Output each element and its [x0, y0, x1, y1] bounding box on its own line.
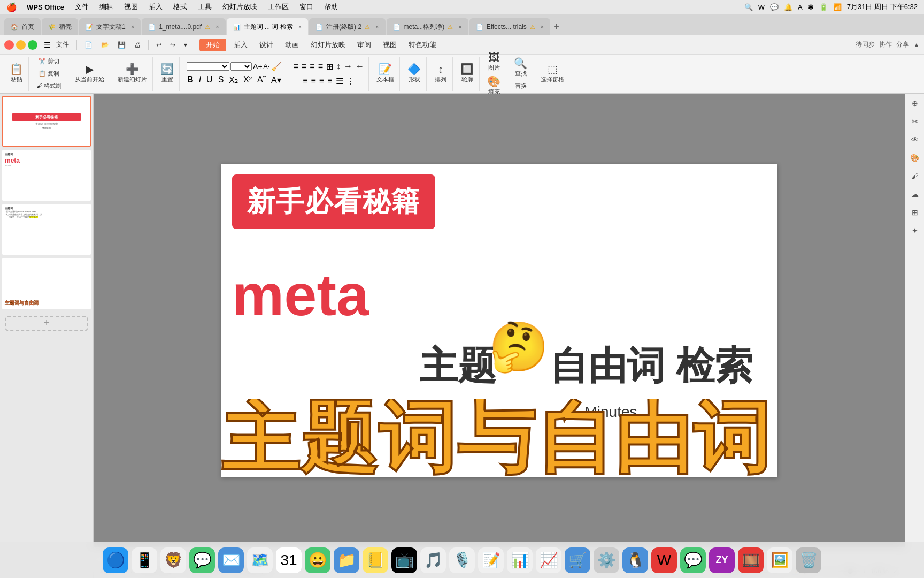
- menu-slideshow[interactable]: 幻灯片放映: [219, 2, 260, 12]
- collab-btn[interactable]: 协作: [879, 40, 892, 49]
- review-tab[interactable]: 审阅: [352, 39, 376, 51]
- align4-btn[interactable]: ≡: [318, 75, 325, 87]
- slide-page[interactable]: 新手必看秘籍 meta 🤔 主题 自由词 检索 M: [221, 164, 777, 477]
- right-panel-layer-btn[interactable]: ⊞: [907, 205, 922, 220]
- align-left-btn[interactable]: ≡: [292, 60, 299, 73]
- dock-wechat[interactable]: 💬: [680, 547, 706, 573]
- play-button[interactable]: ▶ 从当前开始: [73, 63, 106, 85]
- window-close-btn[interactable]: [4, 40, 14, 50]
- shadow-btn[interactable]: A˜: [255, 74, 268, 86]
- dock-keynote[interactable]: 📝: [478, 547, 504, 573]
- superscript-btn[interactable]: X²: [241, 74, 254, 86]
- slide-thumb-3[interactable]: 3 主题词 • 医学主题词 (Medical Subject Head... •…: [2, 204, 91, 255]
- tab-effects[interactable]: 📄 Effects... trials ⚠ ×: [469, 18, 551, 35]
- add-slide-button[interactable]: +: [5, 316, 88, 331]
- dock-maps[interactable]: 🗺️: [247, 547, 273, 573]
- design-tab[interactable]: 设计: [254, 39, 279, 51]
- shape-button[interactable]: 🔷 形状: [405, 63, 423, 85]
- tab-active-close[interactable]: ×: [298, 24, 302, 30]
- align5-btn[interactable]: ≡: [326, 75, 333, 87]
- right-panel-color-btn[interactable]: 🎨: [907, 150, 922, 165]
- dock-qq[interactable]: 🐧: [622, 547, 648, 573]
- tab-meta[interactable]: 📄 meta...格列净) ⚠ ×: [387, 18, 468, 35]
- menu-window[interactable]: 窗口: [296, 2, 317, 12]
- right-panel-eye-btn[interactable]: 👁: [907, 132, 922, 147]
- print-btn[interactable]: 🖨: [131, 40, 144, 50]
- open-btn[interactable]: 📂: [98, 40, 112, 50]
- view-tab[interactable]: 视图: [378, 39, 402, 51]
- align3-btn[interactable]: ≡: [310, 75, 317, 87]
- search-icon[interactable]: 🔍: [744, 3, 753, 11]
- tab-pdf-close[interactable]: ×: [215, 24, 219, 30]
- tab-word-close[interactable]: ×: [131, 24, 134, 30]
- slide-thumb-1[interactable]: 1 新手必看秘籍 主题词 自由词 检索 Minutes: [2, 96, 91, 147]
- apple-icon[interactable]: 🍎: [6, 2, 17, 12]
- menu-insert[interactable]: 插入: [145, 2, 166, 12]
- outline-button[interactable]: 🔲 轮廓: [458, 63, 476, 85]
- tab-home[interactable]: 🏠 首页: [4, 18, 41, 35]
- replace-button[interactable]: 替换: [512, 81, 529, 91]
- underline-btn[interactable]: U: [204, 74, 215, 86]
- more-btn[interactable]: ⋮: [345, 75, 356, 87]
- sync-btn[interactable]: 待同步: [856, 40, 875, 49]
- dock-podcast[interactable]: 🎙️: [449, 547, 475, 573]
- dock-settings[interactable]: ⚙️: [594, 547, 619, 573]
- font-family-select[interactable]: [187, 62, 229, 71]
- right-panel-pos-btn[interactable]: ⊕: [907, 96, 922, 111]
- dock-messages[interactable]: 💬: [189, 547, 215, 573]
- dock-notes[interactable]: 📒: [363, 547, 388, 573]
- save-btn[interactable]: 💾: [114, 40, 129, 50]
- dock-powerpoint[interactable]: 🎞️: [738, 547, 764, 573]
- tab-word[interactable]: 📝 文字文稿1 ×: [79, 18, 141, 35]
- special-tab[interactable]: 特色功能: [403, 39, 442, 51]
- line-spacing-btn[interactable]: ↕: [335, 60, 342, 73]
- new-slide-button[interactable]: ➕ 新建幻灯片: [116, 63, 149, 85]
- format-btn[interactable]: ▾: [181, 40, 190, 50]
- slideshow-tab[interactable]: 幻灯片放映: [305, 39, 351, 51]
- menu-help[interactable]: 帮助: [321, 2, 341, 12]
- dock-facetime[interactable]: 😀: [305, 547, 330, 573]
- font-size-down[interactable]: A-: [264, 63, 270, 70]
- animate-tab[interactable]: 动画: [280, 39, 304, 51]
- paste-button[interactable]: 📋 粘贴: [7, 63, 25, 85]
- notification-icon[interactable]: 🔔: [784, 3, 792, 11]
- dock-safari[interactable]: 🦁: [160, 547, 186, 573]
- font-color-btn[interactable]: A▾: [269, 74, 283, 86]
- col-btn[interactable]: ⊞: [325, 60, 334, 73]
- dock-pages[interactable]: 📈: [536, 547, 561, 573]
- insert-tab[interactable]: 插入: [228, 39, 253, 51]
- window-minimize-btn[interactable]: [16, 40, 26, 50]
- new-btn[interactable]: 📄: [81, 40, 96, 50]
- textbox-button[interactable]: 📝 文本框: [374, 63, 396, 85]
- bold-btn[interactable]: B: [185, 74, 196, 86]
- align-right-btn[interactable]: ≡: [309, 60, 315, 73]
- subscript-btn[interactable]: X₂: [227, 74, 240, 86]
- tab-straw[interactable]: 🌾 稻壳: [42, 18, 78, 35]
- slide-thumb-2[interactable]: 2 主题词 meta MeSH: [2, 150, 91, 201]
- window-maximize-btn[interactable]: [28, 40, 37, 50]
- find-button[interactable]: 🔍 查找: [512, 57, 529, 79]
- menu-view[interactable]: 视图: [121, 2, 141, 12]
- file-menu-btn[interactable]: 文件: [53, 39, 72, 50]
- dock-preview[interactable]: 🖼️: [767, 547, 792, 573]
- redo-btn[interactable]: ↪: [167, 40, 179, 50]
- dock-trash[interactable]: 🗑️: [796, 547, 821, 573]
- dock-launchpad[interactable]: 📱: [132, 547, 157, 573]
- tab-active[interactable]: 📊 主题词 ... 词 检索 ×: [227, 18, 308, 35]
- right-panel-brush-btn[interactable]: 🖌: [907, 169, 922, 184]
- cut-button[interactable]: ✂️ 剪切: [36, 56, 61, 66]
- copy-button[interactable]: 📋 复制: [36, 69, 61, 79]
- hamburger-icon[interactable]: ☰: [44, 41, 51, 49]
- menu-tools[interactable]: 工具: [195, 2, 215, 12]
- app-name[interactable]: WPS Office: [24, 3, 67, 11]
- menu-file[interactable]: 文件: [72, 2, 92, 12]
- menu-workspace[interactable]: 工作区: [265, 2, 292, 12]
- indent-less-btn[interactable]: ←: [355, 60, 365, 73]
- align-center-btn[interactable]: ≡: [301, 60, 307, 73]
- image-button[interactable]: 🖼 图片: [486, 51, 503, 73]
- strikethrough-btn[interactable]: S: [216, 74, 226, 86]
- start-button[interactable]: 开始: [199, 39, 226, 51]
- italic-btn[interactable]: I: [197, 74, 203, 86]
- right-panel-crop-btn[interactable]: ✂: [907, 114, 922, 129]
- tab-add-button[interactable]: +: [553, 18, 559, 35]
